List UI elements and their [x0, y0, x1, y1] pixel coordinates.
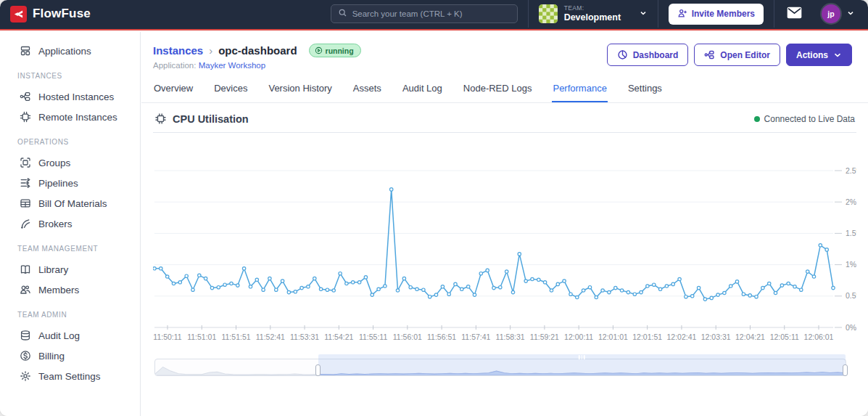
svg-text:12:01:51: 12:01:51 [632, 333, 662, 341]
library-icon [20, 264, 31, 275]
members-icon [20, 284, 31, 295]
search-icon [338, 7, 347, 20]
app-window: FlowFuse TEAM: Development [0, 0, 868, 416]
team-chevron-down-icon [639, 7, 648, 20]
sidebar-item-audit-log[interactable]: Audit Log [0, 325, 140, 346]
dashboard-icon [617, 49, 628, 60]
notifications-button[interactable] [774, 7, 814, 22]
sidebar-nav: ApplicationsINSTANCESHosted InstancesRem… [0, 32, 141, 416]
svg-text:12:04:21: 12:04:21 [735, 333, 765, 341]
sidebar-item-pipelines[interactable]: Pipelines [0, 173, 140, 193]
sidebar-item-label: Applications [38, 46, 91, 57]
sidebar-item-remote-instances[interactable]: Remote Instances [0, 107, 140, 127]
team-name: Development [564, 12, 632, 23]
tab-assets[interactable]: Assets [352, 78, 382, 102]
sidebar-item-applications[interactable]: Applications [0, 41, 140, 61]
groups-icon [20, 157, 31, 168]
svg-text:11:59:21: 11:59:21 [530, 333, 559, 341]
range-track[interactable] [154, 359, 846, 376]
instance-tabs: OverviewDevicesVersion HistoryAssetsAudi… [141, 70, 868, 103]
sidebar-section-header: TEAM MANAGEMENT [0, 234, 140, 259]
top-navbar: FlowFuse TEAM: Development [0, 0, 868, 30]
button-label: Actions [796, 50, 828, 60]
remote-instances-icon [20, 111, 31, 123]
flowfuse-logo[interactable]: FlowFuse [10, 6, 91, 23]
tab-overview[interactable]: Overview [153, 78, 194, 102]
instance-name: opc-dashboard [218, 44, 297, 57]
sidebar-item-label: Billing [38, 351, 65, 362]
svg-text:1.5%: 1.5% [846, 229, 856, 237]
sidebar-item-library[interactable]: Library [0, 259, 140, 280]
tab-node-red-logs[interactable]: Node-RED Logs [463, 78, 533, 102]
open-editor-button[interactable]: Open Editor [694, 44, 780, 66]
application-link[interactable]: Mayker Workshop [199, 61, 265, 70]
sidebar-item-label: Team Settings [38, 371, 101, 382]
dashboard-button[interactable]: Dashboard [607, 44, 689, 66]
sidebar-item-billing[interactable]: Billing [0, 346, 140, 366]
button-label: Open Editor [720, 50, 770, 60]
chart-range-selector[interactable] [154, 354, 846, 377]
range-selection[interactable] [318, 354, 846, 375]
editor-icon [704, 49, 715, 60]
svg-text:11:51:01: 11:51:01 [187, 333, 216, 341]
svg-text:0.5%: 0.5% [846, 291, 856, 300]
sidebar-item-label: Groups [38, 158, 70, 168]
breadcrumb: Instances › opc-dashboard running [153, 44, 361, 57]
svg-text:11:58:31: 11:58:31 [496, 333, 525, 341]
sidebar-item-groups[interactable]: Groups [0, 152, 140, 173]
svg-text:11:50:11: 11:50:11 [153, 333, 181, 341]
sidebar-item-brokers[interactable]: Brokers [0, 213, 140, 234]
team-selector[interactable]: TEAM: Development [529, 4, 658, 23]
brokers-icon [20, 218, 31, 229]
svg-text:1%: 1% [846, 260, 856, 269]
applications-icon [20, 45, 31, 57]
sidebar-item-hosted-instances[interactable]: Hosted Instances [0, 86, 140, 107]
navbar-divider [658, 0, 658, 28]
team-avatar [539, 4, 558, 23]
sidebar-item-team-settings[interactable]: Team Settings [0, 366, 140, 386]
svg-text:11:51:51: 11:51:51 [221, 333, 250, 341]
tab-settings[interactable]: Settings [627, 78, 663, 102]
hosted-instances-icon [20, 91, 31, 102]
svg-text:2.5%: 2.5% [846, 166, 856, 175]
tab-devices[interactable]: Devices [213, 78, 248, 102]
search-input[interactable] [352, 9, 511, 18]
actions-button[interactable]: Actions [786, 44, 852, 66]
brand-name: FlowFuse [33, 7, 91, 21]
invite-members-button[interactable]: Invite Members [669, 4, 764, 25]
range-handle-left[interactable] [315, 364, 321, 376]
user-avatar: jp [822, 4, 840, 23]
chevron-down-icon [833, 51, 842, 60]
svg-text:11:54:21: 11:54:21 [324, 333, 353, 341]
svg-text:12:05:11: 12:05:11 [770, 333, 799, 341]
user-chevron-down-icon [846, 7, 855, 20]
team-search[interactable] [331, 4, 518, 23]
mail-icon [787, 7, 802, 22]
button-label: Dashboard [633, 50, 679, 60]
tab-performance[interactable]: Performance [552, 78, 607, 102]
status-badge: running [309, 44, 361, 57]
sidebar-item-label: Remote Instances [38, 112, 117, 123]
user-menu[interactable]: jp [814, 4, 859, 23]
sidebar-item-label: Pipelines [38, 178, 78, 189]
header-actions: DashboardOpen EditorActions [607, 44, 855, 66]
range-handle-right[interactable] [843, 364, 848, 376]
svg-text:12:00:11: 12:00:11 [564, 333, 593, 341]
svg-text:12:06:01: 12:06:01 [804, 333, 834, 341]
tab-audit-log[interactable]: Audit Log [402, 78, 443, 102]
sidebar-item-label: Brokers [38, 219, 73, 229]
chart-title: CPU Utilisation [173, 113, 249, 125]
svg-text:11:57:41: 11:57:41 [461, 333, 490, 341]
sidebar-item-label: Library [38, 264, 68, 275]
breadcrumb-instances-link[interactable]: Instances [153, 44, 203, 57]
sidebar-item-label: Audit Log [38, 330, 80, 341]
person-plus-icon [677, 8, 687, 20]
tab-version-history[interactable]: Version History [268, 78, 332, 102]
cpu-chart-canvas[interactable]: 0%0.5%1%1.5%2%2.5%11:50:1111:51:0111:51:… [153, 134, 856, 349]
pipelines-icon [20, 177, 31, 189]
sidebar-item-bill-of-materials[interactable]: Bill Of Materials [0, 193, 140, 213]
range-grip-icon[interactable] [579, 355, 585, 359]
sidebar-item-members[interactable]: Members [0, 280, 140, 300]
sidebar-section-header: INSTANCES [0, 61, 140, 86]
invite-members-label: Invite Members [692, 9, 755, 19]
